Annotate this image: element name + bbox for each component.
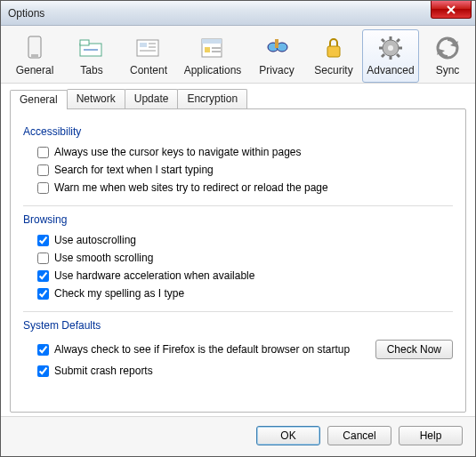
svg-rect-17 bbox=[275, 39, 278, 48]
opt-search-text: Search for text when I start typing bbox=[23, 161, 453, 179]
category-privacy[interactable]: Privacy bbox=[248, 29, 305, 83]
svg-line-25 bbox=[382, 39, 384, 42]
autoscroll-label[interactable]: Use autoscrolling bbox=[54, 234, 136, 246]
close-button[interactable] bbox=[431, 1, 472, 19]
category-general[interactable]: General bbox=[6, 29, 63, 83]
svg-rect-1 bbox=[31, 54, 38, 57]
subtab-general[interactable]: General bbox=[10, 90, 68, 109]
smooth-label[interactable]: Use smooth scrolling bbox=[54, 252, 153, 264]
opt-spelling: Check my spelling as I type bbox=[23, 285, 453, 302]
warn-redirect-checkbox[interactable] bbox=[37, 182, 49, 194]
svg-line-28 bbox=[382, 54, 384, 57]
category-advanced-label: Advanced bbox=[367, 64, 414, 76]
autoscroll-checkbox[interactable] bbox=[37, 235, 49, 246]
subtab-update[interactable]: Update bbox=[125, 89, 179, 108]
opt-crash: Submit crash reports bbox=[23, 362, 453, 380]
search-text-label[interactable]: Search for text when I start typing bbox=[54, 164, 214, 176]
group-accessibility-title: Accessibility bbox=[23, 125, 453, 138]
group-browsing-title: Browsing bbox=[23, 213, 453, 226]
cursor-keys-label[interactable]: Always use the cursor keys to navigate w… bbox=[54, 146, 301, 158]
category-security-label: Security bbox=[314, 64, 352, 76]
applications-icon bbox=[198, 34, 227, 62]
separator bbox=[23, 205, 453, 206]
spelling-label[interactable]: Check my spelling as I type bbox=[54, 287, 184, 300]
spelling-checkbox[interactable] bbox=[37, 288, 49, 300]
category-general-label: General bbox=[16, 64, 54, 76]
category-sync[interactable]: Sync bbox=[419, 29, 476, 83]
hwaccel-label[interactable]: Use hardware acceleration when available bbox=[54, 269, 254, 282]
opt-hwaccel: Use hardware acceleration when available bbox=[23, 267, 453, 285]
category-applications[interactable]: Applications bbox=[177, 29, 248, 83]
category-advanced[interactable]: Advanced bbox=[362, 29, 419, 83]
svg-point-20 bbox=[388, 45, 393, 51]
category-tabs-label: Tabs bbox=[80, 64, 102, 76]
category-content[interactable]: Content bbox=[120, 29, 177, 83]
svg-rect-13 bbox=[212, 47, 221, 49]
cancel-button[interactable]: Cancel bbox=[327, 426, 391, 445]
svg-rect-12 bbox=[205, 47, 210, 52]
privacy-icon bbox=[262, 34, 291, 62]
warn-redirect-label[interactable]: Warn me when web sites try to redirect o… bbox=[54, 181, 328, 194]
content-icon bbox=[134, 34, 163, 62]
window-title: Options bbox=[8, 7, 44, 20]
category-tabs[interactable]: Tabs bbox=[63, 29, 120, 83]
svg-rect-6 bbox=[140, 43, 147, 47]
titlebar: Options bbox=[1, 1, 475, 26]
options-window: Options General Tabs Content Application… bbox=[0, 0, 476, 457]
svg-rect-11 bbox=[202, 39, 222, 44]
default-browser-checkbox[interactable] bbox=[37, 344, 49, 356]
opt-default-browser: Always check to see if Firefox is the de… bbox=[23, 337, 453, 362]
svg-rect-7 bbox=[149, 43, 156, 44]
separator bbox=[23, 311, 453, 312]
search-text-checkbox[interactable] bbox=[37, 164, 49, 176]
crash-label[interactable]: Submit crash reports bbox=[54, 365, 153, 377]
general-icon bbox=[20, 34, 49, 62]
svg-line-26 bbox=[397, 54, 399, 57]
hwaccel-checkbox[interactable] bbox=[37, 270, 49, 282]
security-icon bbox=[319, 34, 348, 62]
opt-smooth: Use smooth scrolling bbox=[23, 249, 453, 267]
subtab-encryption[interactable]: Encryption bbox=[177, 89, 247, 108]
dialog-footer: OK Cancel Help bbox=[1, 416, 475, 456]
close-icon bbox=[447, 5, 456, 14]
tabs-icon bbox=[77, 34, 106, 62]
opt-autoscroll: Use autoscrolling bbox=[23, 231, 453, 249]
svg-point-29 bbox=[438, 38, 457, 58]
svg-rect-14 bbox=[212, 51, 221, 52]
ok-button[interactable]: OK bbox=[256, 426, 320, 445]
default-browser-label[interactable]: Always check to see if Firefox is the de… bbox=[54, 343, 350, 356]
svg-rect-9 bbox=[140, 50, 156, 52]
svg-rect-8 bbox=[149, 46, 156, 48]
svg-line-27 bbox=[397, 39, 399, 42]
cursor-keys-checkbox[interactable] bbox=[37, 147, 49, 158]
category-content-label: Content bbox=[130, 64, 167, 76]
svg-rect-3 bbox=[80, 40, 89, 45]
opt-warn-redirect: Warn me when web sites try to redirect o… bbox=[23, 179, 453, 196]
body: General Network Update Encryption Access… bbox=[1, 84, 475, 416]
svg-rect-18 bbox=[327, 46, 340, 57]
crash-checkbox[interactable] bbox=[37, 365, 49, 377]
help-button[interactable]: Help bbox=[399, 426, 463, 445]
category-sync-label: Sync bbox=[436, 64, 460, 76]
subtab-network[interactable]: Network bbox=[67, 89, 125, 108]
category-applications-label: Applications bbox=[184, 64, 242, 76]
sync-icon bbox=[433, 34, 462, 62]
check-now-button[interactable]: Check Now bbox=[375, 340, 453, 359]
subtab-strip: General Network Update Encryption bbox=[10, 89, 466, 108]
category-privacy-label: Privacy bbox=[259, 64, 294, 76]
group-system-title: System Defaults bbox=[23, 319, 453, 332]
category-toolbar: General Tabs Content Applications Privac… bbox=[1, 26, 475, 84]
opt-cursor-keys: Always use the cursor keys to navigate w… bbox=[23, 143, 453, 161]
svg-rect-4 bbox=[84, 49, 98, 51]
category-security[interactable]: Security bbox=[305, 29, 362, 83]
panel-general: Accessibility Always use the cursor keys… bbox=[10, 108, 466, 413]
advanced-icon bbox=[376, 34, 405, 62]
smooth-checkbox[interactable] bbox=[37, 253, 49, 264]
